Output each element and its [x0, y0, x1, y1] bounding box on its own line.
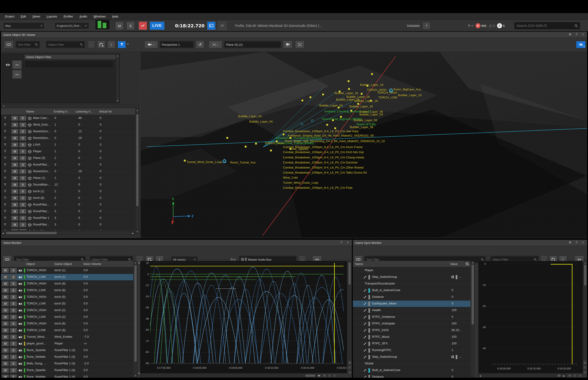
- pin-icon[interactable]: Ŧ: [4, 156, 6, 160]
- scene-object-label[interactable]: Tunnel_Wind_Gusts_Loop: [283, 181, 318, 184]
- solo-button[interactable]: S: [19, 196, 26, 201]
- menu-item[interactable]: Windows: [91, 14, 108, 19]
- voice-row[interactable]: M S Rune_Wobble RunePillar 1 (4) 0.0: [1, 374, 133, 378]
- pin-icon[interactable]: Ŧ: [4, 223, 6, 226]
- camera-preset-field[interactable]: Perspective 1: [160, 41, 194, 48]
- scene-object-label[interactable]: Room_BigCave_Aux: [393, 88, 421, 91]
- sync-row[interactable]: ∨ RTPC_SFX RTPC_SFX 100: [353, 341, 470, 347]
- solo-button[interactable]: S: [10, 275, 17, 280]
- search-input[interactable]: [517, 24, 574, 28]
- remote-connect-icon[interactable]: [207, 21, 216, 30]
- table-row[interactable]: Ŧ M S RunePillar 3 0 0: [1, 228, 135, 230]
- mute-button[interactable]: M: [11, 156, 18, 161]
- scene-object-label[interactable]: Combat_Breakdown_100bpm_6-4_L8_P0_Cm Orc…: [283, 150, 364, 154]
- sync-row[interactable]: ∨ Step_SwitchGroup Step_SwitchGroup ...: [353, 354, 470, 361]
- sync-graph-hscroll[interactable]: ◀ ▶: [478, 374, 567, 378]
- mute-button[interactable]: M: [11, 116, 18, 121]
- mute-button[interactable]: M: [2, 275, 9, 280]
- emitter-marker[interactable]: [361, 93, 363, 95]
- voice-table-header[interactable]: Object Game Object Voice Volume: [1, 261, 133, 267]
- mute-button[interactable]: M: [11, 182, 18, 187]
- sync-row[interactable]: ∨ Built_in_listenerCone Built_in_listene…: [353, 367, 470, 374]
- scene-object-label[interactable]: Wind_Cold: [283, 176, 298, 179]
- pin-icon[interactable]: Ŧ: [4, 216, 6, 220]
- zoom-out-button[interactable]: −: [348, 371, 352, 374]
- emitter-marker[interactable]: [370, 100, 372, 102]
- play-cursor-follow-icon[interactable]: ▶: [318, 374, 320, 377]
- filter-scrollbar[interactable]: ▲▼: [116, 54, 119, 103]
- sync-row[interactable]: ∨ Health Health 100: [353, 307, 470, 314]
- voice-row[interactable]: M S Bells, Gong, ... RunePillar 1 (3) -2…: [1, 361, 133, 367]
- solo-button[interactable]: S: [10, 308, 17, 313]
- camera-preset-icon[interactable]: >: [144, 41, 158, 48]
- collapse-arrow-icon[interactable]: ◀: [127, 43, 128, 45]
- h-zoom-fit-button[interactable]: ⁝: [328, 374, 332, 378]
- solo-button[interactable]: S: [19, 122, 26, 127]
- scene-object-label[interactable]: Room_Tunnel_Aux: [230, 161, 256, 164]
- voice-row[interactable]: M S TORCH_LOW torch (8) 0.0: [1, 287, 133, 294]
- solo-button[interactable]: S: [19, 162, 26, 167]
- h-zoom-out-button[interactable]: −: [333, 374, 337, 378]
- voice-row[interactable]: M S TORCH_LOW torch (6) 0.0: [1, 327, 133, 334]
- cleared-errors-icon[interactable]: ✕: [468, 24, 471, 28]
- solo-button[interactable]: S: [10, 288, 17, 293]
- game-object-filter-input[interactable]: [24, 60, 114, 68]
- solo-button[interactable]: S: [10, 295, 17, 300]
- emitter-marker[interactable]: [339, 91, 341, 93]
- solo-button[interactable]: S: [10, 321, 17, 326]
- sync-table-header[interactable]: Name Value: [353, 261, 470, 267]
- solo-button[interactable]: S: [10, 375, 17, 378]
- voice-row[interactable]: M S player_grunt... Player -∞: [1, 341, 133, 347]
- emitter-marker[interactable]: [371, 73, 373, 75]
- solo-button[interactable]: S: [19, 176, 26, 181]
- scene-object-label[interactable]: Combat_Breakdown_100bpm_6-4_L8_P0_Cm Flu…: [283, 186, 353, 190]
- solo-button[interactable]: S: [19, 229, 26, 230]
- emitter-marker[interactable]: [322, 94, 324, 95]
- zoom-fit-button[interactable]: ⁝: [348, 365, 352, 369]
- eye-icon[interactable]: [5, 63, 10, 67]
- emitter-marker[interactable]: [326, 124, 328, 126]
- filter-text-input[interactable]: [26, 63, 112, 66]
- close-icon[interactable]: ×: [345, 241, 350, 244]
- filter-expand-button[interactable]: >>: [12, 60, 22, 69]
- followed-object-field[interactable]: Plane (5) (2): [224, 41, 281, 48]
- mute-button[interactable]: M: [11, 129, 18, 134]
- emitter-marker[interactable]: [309, 96, 312, 98]
- mute-button[interactable]: M: [11, 222, 18, 227]
- emitter-marker[interactable]: [340, 116, 342, 118]
- scene-object-label[interactable]: Bubble_Layer_16: [354, 99, 378, 103]
- solo-button[interactable]: S: [10, 328, 17, 333]
- menu-item[interactable]: Help: [109, 14, 121, 19]
- emitter-marker[interactable]: [282, 133, 285, 135]
- close-icon[interactable]: ×: [581, 241, 585, 244]
- frame-selection-icon[interactable]: [295, 41, 304, 48]
- solo-button[interactable]: S: [19, 116, 26, 121]
- mute-button[interactable]: M: [2, 281, 9, 286]
- mute-button[interactable]: M: [11, 229, 18, 230]
- mute-button[interactable]: M: [11, 202, 18, 207]
- 3d-viewport[interactable]: Bubble_Layer_16TORCH_HIGHRoom_BigCave_Au…: [140, 52, 587, 238]
- display-options-eye-icon[interactable]: ▼: [576, 41, 586, 48]
- solo-button[interactable]: S: [10, 315, 17, 320]
- pin-icon[interactable]: Ŧ: [4, 130, 6, 133]
- zoom-fit-button[interactable]: ⁝: [583, 365, 587, 369]
- voice-graph[interactable]: 120-12-24-36-48-60-72-84-960:17:55.0000:…: [140, 261, 347, 373]
- table-row[interactable]: Ŧ M S Player 1 0 0: [1, 148, 135, 155]
- mute-button[interactable]: M: [2, 288, 9, 293]
- pin-icon[interactable]: Ŧ: [4, 150, 6, 153]
- voice-table-scrollbar[interactable]: ▲▼: [134, 261, 137, 378]
- solo-button[interactable]: S: [10, 355, 17, 360]
- table-horizontal-scrollbar[interactable]: ◀ ▶: [1, 231, 135, 235]
- solo-button[interactable]: S: [19, 202, 26, 207]
- scene-object-label[interactable]: Combat_Breakdown_100bpm_6-4_L8_P0_Cm Tai…: [283, 171, 367, 174]
- pin-icon[interactable]: Ŧ: [4, 123, 6, 127]
- filter-expand-button-2[interactable]: >>: [12, 70, 22, 79]
- emitter-marker[interactable]: [348, 80, 350, 82]
- pin-icon[interactable]: Ŧ: [4, 143, 6, 147]
- table-row[interactable]: Ŧ M S RunePillar... 3 0 0: [1, 222, 135, 228]
- sync-row[interactable]: ∨ Distance Distance 0: [353, 374, 470, 378]
- mute-button[interactable]: M: [11, 122, 18, 127]
- scene-object-label[interactable]: Bubble_Layer_16: [349, 105, 373, 108]
- text-filter[interactable]: [16, 41, 40, 48]
- menu-item[interactable]: Layouts: [44, 14, 60, 19]
